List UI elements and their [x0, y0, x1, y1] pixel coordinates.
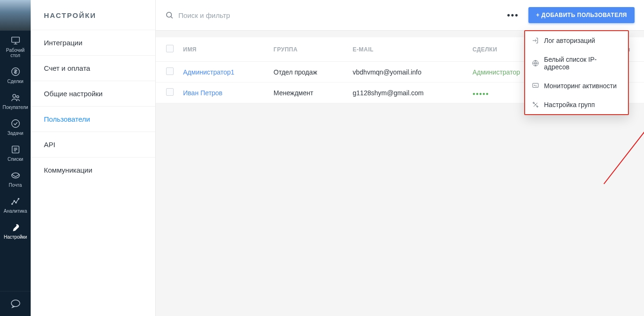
sidebar-item-users[interactable]: Пользователи [31, 106, 155, 132]
col-group[interactable]: Группа [269, 37, 348, 62]
nav-label: Сделки [7, 79, 23, 84]
cell-email: g1128shym@gmail.com [348, 83, 468, 103]
users-icon [10, 92, 21, 103]
vertical-nav: Рабочийстол Сделки Покупатели Задачи Спи… [0, 0, 31, 316]
svg-point-10 [18, 198, 19, 199]
search-wrap [165, 11, 506, 19]
analytics-icon [10, 196, 21, 207]
more-dropdown: Лог авторизаций Белый список IP-адресов … [524, 30, 629, 115]
sidebar-title: Настройки [31, 0, 155, 30]
nav-label: Рабочийстол [6, 48, 25, 58]
list-icon [10, 144, 21, 155]
cell-group: Отдел продаж [269, 62, 348, 83]
nav-lists[interactable]: Списки [0, 140, 31, 166]
nav-settings[interactable]: Настройки [0, 217, 31, 243]
dropdown-item-auth-log[interactable]: Лог авторизаций [525, 31, 628, 50]
nav-buyers[interactable]: Покупатели [0, 88, 31, 114]
nav-label: Покупатели [2, 105, 28, 110]
nav-label: Аналитика [4, 208, 27, 214]
globe-icon [532, 59, 539, 67]
dropdown-item-group-settings[interactable]: Настройка групп [525, 95, 628, 114]
cell-deals: Администратор [472, 68, 520, 76]
more-menu-button[interactable]: ••• [506, 8, 520, 22]
settings-sidebar: Настройки Интеграции Счет и оплата Общие… [31, 0, 156, 316]
mail-icon [10, 170, 21, 181]
topbar: ••• + ДОБАВИТЬ ПОЛЬЗОВАТЕЛЯ [156, 0, 644, 31]
svg-point-9 [15, 202, 16, 203]
sidebar-item-integrations[interactable]: Интеграции [31, 30, 155, 55]
desktop-icon [10, 35, 21, 46]
nav-label: Списки [8, 157, 23, 162]
sidebar-item-general[interactable]: Общие настройки [31, 81, 155, 106]
dropdown-label: Настройка групп [544, 101, 595, 108]
svg-rect-14 [533, 83, 538, 88]
dropdown-label: Мониторинг активности [544, 82, 617, 90]
dropdown-label: Белый список IP-адресов [544, 56, 621, 71]
svg-point-3 [17, 96, 19, 98]
svg-point-12 [167, 12, 172, 17]
dropdown-item-activity-monitor[interactable]: Мониторинг активности [525, 76, 628, 95]
wrench-icon [10, 222, 21, 233]
svg-point-6 [11, 173, 19, 178]
user-name-link[interactable]: Администратор1 [183, 68, 234, 76]
tools-icon [532, 101, 539, 108]
sidebar-item-communications[interactable]: Коммуникации [31, 157, 155, 183]
col-name[interactable]: Имя [178, 37, 269, 62]
col-email[interactable]: E-mail [348, 37, 468, 62]
nav-label: Задачи [8, 131, 24, 136]
avatar[interactable] [0, 0, 31, 31]
cell-group: Менеждмент [269, 83, 348, 103]
chat-icon [10, 298, 21, 309]
dropdown-item-ip-whitelist[interactable]: Белый список IP-адресов [525, 50, 628, 76]
check-icon [10, 118, 21, 129]
main-area: ••• + ДОБАВИТЬ ПОЛЬЗОВАТЕЛЯ Имя Группа E… [156, 0, 644, 316]
row-checkbox[interactable] [166, 88, 174, 96]
svg-point-7 [11, 203, 12, 204]
dollar-icon [10, 67, 21, 77]
sidebar-item-api[interactable]: API [31, 132, 155, 157]
svg-point-4 [11, 120, 19, 128]
nav-chat[interactable] [0, 291, 31, 316]
row-checkbox[interactable] [166, 67, 174, 75]
search-input[interactable] [178, 11, 506, 19]
login-icon [532, 37, 539, 44]
svg-point-8 [14, 200, 15, 201]
sidebar-item-billing[interactable]: Счет и оплата [31, 55, 155, 81]
nav-label: Настройки [4, 234, 27, 240]
nav-label: Почта [9, 183, 22, 188]
svg-rect-0 [11, 37, 19, 42]
nav-mail[interactable]: Почта [0, 166, 31, 191]
user-name-link[interactable]: Иван Петров [183, 89, 223, 97]
nav-analytics[interactable]: Аналитика [0, 191, 31, 217]
dropdown-label: Лог авторизаций [544, 37, 595, 44]
search-icon [165, 11, 174, 19]
cell-deals: ●●●●● [472, 91, 489, 96]
select-all-checkbox[interactable] [166, 45, 174, 52]
add-user-button[interactable]: + ДОБАВИТЬ ПОЛЬЗОВАТЕЛЯ [528, 7, 635, 23]
nav-tasks[interactable]: Задачи [0, 114, 31, 140]
cell-email: vbdhvmqn@yomail.info [348, 62, 468, 83]
svg-point-2 [13, 94, 16, 97]
monitor-icon [532, 82, 539, 90]
nav-deals[interactable]: Сделки [0, 62, 31, 88]
nav-dashboard[interactable]: Рабочийстол [0, 31, 31, 62]
